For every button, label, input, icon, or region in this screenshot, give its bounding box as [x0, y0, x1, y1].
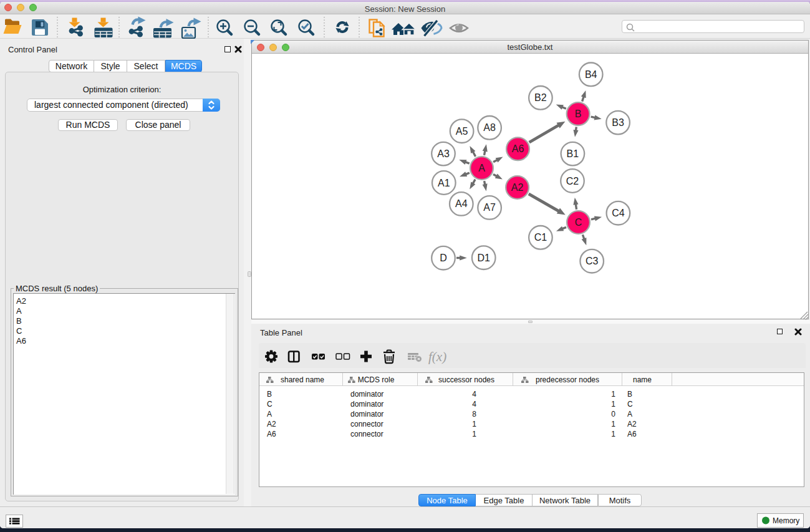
svg-text:A: A — [627, 410, 632, 418]
svg-text:C: C — [267, 400, 272, 409]
svg-text:C3: C3 — [586, 256, 599, 266]
svg-text:MCDS role: MCDS role — [358, 375, 395, 384]
svg-text:A2: A2 — [511, 182, 524, 193]
svg-text:0: 0 — [611, 410, 615, 418]
svg-text:B2: B2 — [534, 92, 547, 103]
svg-text:A2: A2 — [627, 420, 637, 428]
svg-text:1: 1 — [611, 420, 615, 428]
svg-text:B1: B1 — [567, 148, 579, 159]
svg-text:A2: A2 — [267, 420, 276, 428]
svg-text:dominator: dominator — [350, 410, 383, 418]
svg-text:f(x): f(x) — [428, 349, 446, 364]
svg-text:A: A — [267, 410, 272, 418]
svg-text:C2: C2 — [566, 176, 579, 186]
svg-text:C1: C1 — [534, 232, 547, 243]
svg-text:B3: B3 — [612, 117, 624, 128]
svg-text:A: A — [478, 163, 485, 173]
svg-text:C: C — [575, 217, 582, 228]
svg-text:A5: A5 — [456, 126, 468, 137]
svg-text:A1: A1 — [438, 178, 450, 188]
svg-text:connector: connector — [350, 420, 383, 428]
svg-text:4: 4 — [472, 390, 476, 399]
svg-text:connector: connector — [350, 430, 383, 438]
svg-text:1: 1 — [472, 420, 476, 428]
svg-text:A8: A8 — [483, 122, 496, 133]
svg-text:name: name — [633, 375, 652, 384]
svg-text:dominator: dominator — [350, 390, 383, 399]
svg-text:B4: B4 — [585, 69, 597, 80]
svg-text:C: C — [627, 400, 633, 409]
svg-text:1: 1 — [611, 400, 615, 409]
svg-text:A6: A6 — [627, 430, 637, 438]
svg-text:D: D — [440, 253, 447, 263]
svg-text:4: 4 — [472, 400, 476, 409]
svg-text:B: B — [575, 109, 582, 119]
svg-text:shared name: shared name — [281, 375, 324, 384]
svg-text:8: 8 — [472, 410, 476, 418]
svg-text:B: B — [627, 390, 632, 399]
svg-text:successor nodes: successor nodes — [438, 375, 494, 384]
svg-text:1: 1 — [611, 430, 615, 438]
svg-text:Memory: Memory — [773, 516, 799, 525]
svg-text:dominator: dominator — [350, 400, 383, 409]
svg-text:1: 1 — [611, 390, 615, 399]
svg-text:B: B — [267, 390, 272, 399]
svg-text:1: 1 — [472, 430, 476, 438]
svg-text:A4: A4 — [455, 198, 468, 209]
svg-text:predecessor nodes: predecessor nodes — [536, 375, 599, 384]
svg-text:A6: A6 — [512, 143, 524, 154]
svg-text:C4: C4 — [612, 208, 625, 218]
svg-text:D1: D1 — [477, 253, 490, 263]
svg-text:A6: A6 — [267, 430, 276, 438]
svg-text:A3: A3 — [437, 148, 450, 159]
svg-text:A7: A7 — [483, 202, 496, 213]
